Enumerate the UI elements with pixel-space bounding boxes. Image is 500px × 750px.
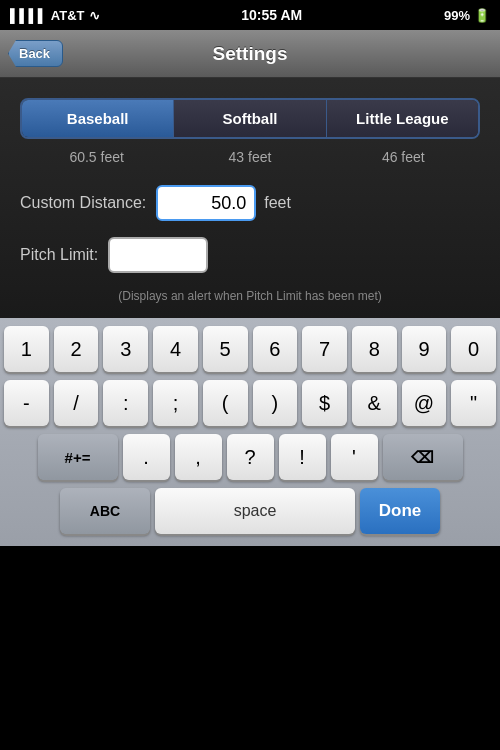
key-dash[interactable]: - — [4, 380, 49, 426]
signal-icon: ▌▌▌▌ — [10, 8, 47, 23]
segment-baseball[interactable]: Baseball — [22, 100, 174, 137]
key-exclaim[interactable]: ! — [279, 434, 326, 480]
space-key[interactable]: space — [155, 488, 355, 534]
key-quote[interactable]: " — [451, 380, 496, 426]
key-0[interactable]: 0 — [451, 326, 496, 372]
key-slash[interactable]: / — [54, 380, 99, 426]
key-2[interactable]: 2 — [54, 326, 99, 372]
key-semicolon[interactable]: ; — [153, 380, 198, 426]
key-5[interactable]: 5 — [203, 326, 248, 372]
pitch-limit-row: Pitch Limit: — [20, 237, 480, 273]
key-dollar[interactable]: $ — [302, 380, 347, 426]
backspace-icon: ⌫ — [411, 448, 434, 467]
status-left: ▌▌▌▌ AT&T ∿ — [10, 8, 100, 23]
pitch-limit-input[interactable] — [108, 237, 208, 273]
key-ampersand[interactable]: & — [352, 380, 397, 426]
distance-softball: 43 feet — [173, 149, 326, 165]
key-question[interactable]: ? — [227, 434, 274, 480]
key-hashplus[interactable]: #+= — [38, 434, 118, 480]
custom-distance-label: Custom Distance: — [20, 194, 146, 212]
key-6[interactable]: 6 — [253, 326, 298, 372]
key-3[interactable]: 3 — [103, 326, 148, 372]
key-8[interactable]: 8 — [352, 326, 397, 372]
settings-area: Baseball Softball Little League 60.5 fee… — [0, 78, 500, 318]
battery-label: 99% — [444, 8, 470, 23]
status-time: 10:55 AM — [241, 7, 302, 23]
nav-title: Settings — [213, 43, 288, 65]
key-close-paren[interactable]: ) — [253, 380, 298, 426]
pitch-limit-label: Pitch Limit: — [20, 246, 98, 264]
keyboard-row-numbers: 1 2 3 4 5 6 7 8 9 0 — [4, 326, 496, 372]
keyboard-row-special: #+= . , ? ! ' ⌫ — [4, 434, 496, 480]
key-at[interactable]: @ — [402, 380, 447, 426]
segment-little-league[interactable]: Little League — [327, 100, 478, 137]
key-7[interactable]: 7 — [302, 326, 347, 372]
carrier-label: AT&T — [51, 8, 85, 23]
status-bar: ▌▌▌▌ AT&T ∿ 10:55 AM 99% 🔋 — [0, 0, 500, 30]
nav-bar: Back Settings — [0, 30, 500, 78]
custom-distance-unit: feet — [264, 194, 291, 212]
key-4[interactable]: 4 — [153, 326, 198, 372]
key-1[interactable]: 1 — [4, 326, 49, 372]
wifi-icon: ∿ — [89, 8, 100, 23]
key-open-paren[interactable]: ( — [203, 380, 248, 426]
backspace-key[interactable]: ⌫ — [383, 434, 463, 480]
custom-distance-row: Custom Distance: feet — [20, 185, 480, 221]
distance-baseball: 60.5 feet — [20, 149, 173, 165]
segmented-control: Baseball Softball Little League — [20, 98, 480, 139]
distances-row: 60.5 feet 43 feet 46 feet — [20, 149, 480, 165]
keyboard-row-symbols: - / : ; ( ) $ & @ " — [4, 380, 496, 426]
key-9[interactable]: 9 — [402, 326, 447, 372]
status-right: 99% 🔋 — [444, 8, 490, 23]
battery-icon: 🔋 — [474, 8, 490, 23]
key-colon[interactable]: : — [103, 380, 148, 426]
done-key[interactable]: Done — [360, 488, 440, 534]
keyboard-row-bottom: ABC space Done — [4, 488, 496, 534]
abc-key[interactable]: ABC — [60, 488, 150, 534]
keyboard: 1 2 3 4 5 6 7 8 9 0 - / : ; ( ) $ & @ " … — [0, 318, 500, 546]
distance-little-league: 46 feet — [327, 149, 480, 165]
custom-distance-input[interactable] — [156, 185, 256, 221]
segment-softball[interactable]: Softball — [174, 100, 326, 137]
pitch-limit-hint: (Displays an alert when Pitch Limit has … — [20, 289, 480, 303]
key-period[interactable]: . — [123, 434, 170, 480]
back-button[interactable]: Back — [8, 40, 63, 67]
key-apostrophe[interactable]: ' — [331, 434, 378, 480]
key-comma[interactable]: , — [175, 434, 222, 480]
